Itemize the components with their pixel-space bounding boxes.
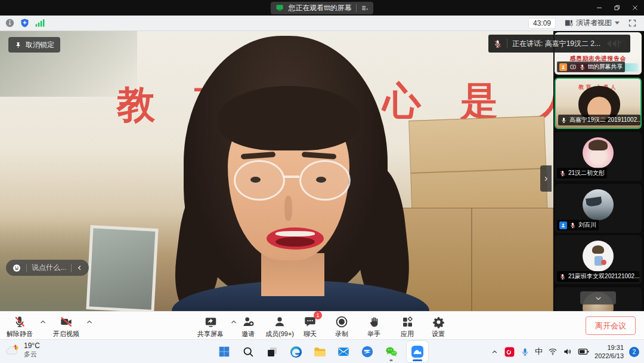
- glasses-bridge: [284, 176, 299, 178]
- presenter-badge-icon: [559, 63, 567, 71]
- watching-screen-label: 您正在观看ttt的屏幕: [288, 3, 351, 13]
- mail-button[interactable]: [335, 342, 352, 362]
- invite-label: 邀请: [242, 330, 255, 339]
- start-video-button[interactable]: 开启视频: [50, 314, 82, 339]
- chevron-left-icon[interactable]: [76, 264, 83, 271]
- apps-button[interactable]: 应用: [392, 314, 422, 339]
- edge-browser-button[interactable]: [287, 342, 304, 362]
- layout-view-icon: [564, 19, 573, 27]
- meeting-info-icon[interactable]: [5, 18, 15, 28]
- pill-menu-icon[interactable]: [361, 4, 369, 12]
- search-button[interactable]: [240, 342, 256, 362]
- ime-indicator[interactable]: 中: [535, 346, 543, 357]
- blue-browser-icon: [361, 345, 374, 358]
- clock-widget[interactable]: 19:31 2022/6/13: [595, 343, 624, 361]
- view-mode-button[interactable]: 演讲者视图: [562, 17, 622, 29]
- unmute-button[interactable]: 解除静音: [4, 314, 36, 339]
- weather-temp: 19°C: [24, 342, 40, 350]
- participant-name: 21汉二初文彤: [568, 169, 605, 177]
- wechat-icon: [385, 345, 398, 359]
- speaker-icon[interactable]: [563, 347, 572, 356]
- quick-chat-placeholder[interactable]: 说点什么...: [32, 263, 66, 273]
- apps-label: 应用: [401, 330, 414, 339]
- mic-on-icon: [561, 117, 567, 124]
- mic-muted-icon: [13, 314, 26, 328]
- share-screen-button[interactable]: 共享屏幕: [194, 314, 227, 339]
- glasses-right-lens: [299, 160, 351, 201]
- members-label: 成员(99+): [265, 330, 294, 339]
- settings-label: 设置: [432, 330, 445, 339]
- participant-thumb-active-speaker[interactable]: 教育 心是人 高嘉宁19汉二 201911002...: [555, 78, 642, 129]
- participant-thumb[interactable]: 21汉二初文彤: [555, 132, 642, 181]
- banner-arrows-icon: [605, 39, 626, 48]
- participant-thumb[interactable]: 21蒙班李文双202121002...: [555, 235, 642, 284]
- raise-hand-label: 举手: [367, 330, 380, 339]
- pin-icon: [14, 41, 22, 49]
- participant-thumb[interactable]: 刘百川: [555, 184, 642, 233]
- notification-count-badge[interactable]: 2: [629, 347, 639, 357]
- file-explorer-button[interactable]: [311, 342, 328, 362]
- start-video-label: 开启视频: [53, 330, 79, 339]
- close-button[interactable]: [626, 0, 644, 16]
- scroll-down-button[interactable]: [580, 291, 616, 304]
- emoji-icon[interactable]: [12, 263, 21, 273]
- record-label: 录制: [335, 330, 348, 339]
- battery-icon[interactable]: [578, 347, 589, 356]
- chat-button[interactable]: 1 聊天: [296, 314, 324, 339]
- participant-name: 21蒙班李文双202121002...: [568, 272, 639, 281]
- qq-browser-button[interactable]: [359, 342, 376, 362]
- fullscreen-icon[interactable]: [628, 19, 637, 27]
- participant-label: 21汉二初文彤: [557, 168, 607, 179]
- unpin-label: 取消锁定: [26, 40, 54, 50]
- raise-hand-icon: [368, 314, 380, 328]
- chevron-down-icon: [615, 21, 620, 24]
- windows-taskbar: 19°C 多云: [0, 339, 644, 363]
- leave-meeting-button[interactable]: 离开会议: [586, 316, 636, 335]
- settings-button[interactable]: 设置: [423, 314, 453, 339]
- avatar: [583, 137, 614, 168]
- weather-widget[interactable]: 19°C 多云: [5, 342, 40, 359]
- mic-options-chevron[interactable]: [39, 319, 47, 325]
- title-bar: 您正在观看ttt的屏幕: [0, 0, 644, 16]
- invite-icon: [242, 314, 255, 328]
- network-signal-icon[interactable]: [35, 19, 45, 27]
- meeting-toolbar: 解除静音 开启视频 共享屏幕 邀请 成员(99+) 1: [0, 311, 644, 339]
- tray-date: 2022/6/13: [595, 352, 624, 360]
- window-controls: [590, 0, 644, 16]
- camera-off-icon: [59, 314, 73, 328]
- wechat-button[interactable]: [383, 342, 400, 362]
- sidebar-collapse-button[interactable]: [540, 165, 552, 192]
- start-button[interactable]: [216, 342, 233, 362]
- task-view-button[interactable]: [264, 342, 280, 362]
- view-mode-label: 演讲者视图: [576, 18, 612, 28]
- members-button[interactable]: 成员(99+): [261, 314, 298, 339]
- participant-name: 高嘉宁19汉二 201911002...: [569, 116, 640, 124]
- tray-mic-icon[interactable]: [521, 347, 530, 356]
- unpin-button[interactable]: 取消锁定: [8, 37, 60, 53]
- screen-share-icon: [569, 64, 577, 70]
- tray-time: 19:31: [595, 343, 624, 352]
- video-options-chevron[interactable]: [86, 319, 93, 325]
- quick-chat-bar[interactable]: 说点什么...: [6, 260, 89, 276]
- record-button[interactable]: 录制: [327, 314, 357, 339]
- weather-desc: 多云: [24, 350, 40, 359]
- participant-label: 21蒙班李文双202121002...: [557, 271, 639, 282]
- meeting-app-button[interactable]: [407, 341, 428, 362]
- mic-muted-icon: [569, 222, 576, 229]
- restore-button[interactable]: [608, 0, 626, 16]
- chat-icon: 1: [304, 314, 317, 328]
- mail-icon: [337, 345, 350, 358]
- unmute-label: 解除静音: [7, 330, 33, 339]
- taskbar-tray: 中 19:31 2022/6/13 2: [491, 340, 639, 363]
- taskbar-center-apps: [216, 340, 428, 363]
- tray-chevron-up-icon[interactable]: [491, 348, 499, 356]
- wifi-icon[interactable]: [548, 347, 558, 356]
- weather-cloud-icon: [5, 342, 20, 358]
- gear-icon: [432, 314, 445, 328]
- watching-screen-pill[interactable]: 您正在观看ttt的屏幕: [271, 2, 373, 14]
- minimize-button[interactable]: [590, 0, 608, 16]
- raise-hand-button[interactable]: 举手: [359, 314, 389, 339]
- invite-button[interactable]: 邀请: [234, 314, 262, 339]
- netease-music-icon[interactable]: [504, 346, 515, 358]
- security-shield-icon[interactable]: [20, 18, 30, 28]
